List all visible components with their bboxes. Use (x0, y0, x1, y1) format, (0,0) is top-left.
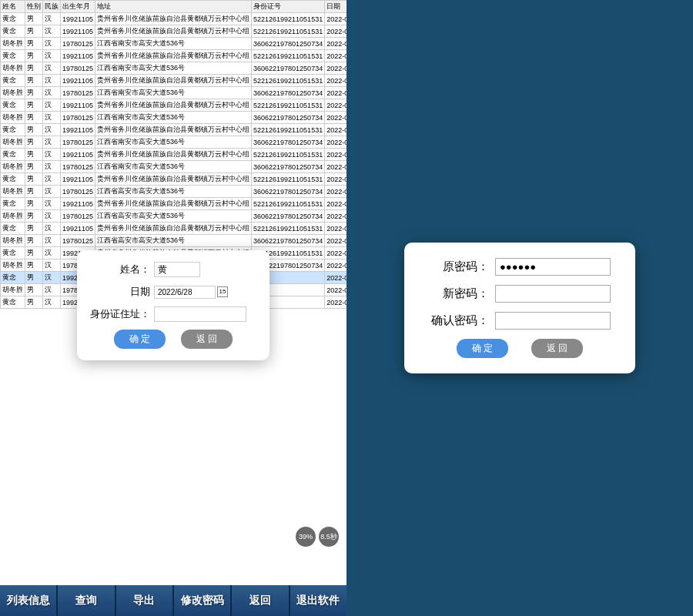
confirm-pw-input[interactable] (495, 312, 611, 330)
nav-button[interactable]: 查询 (58, 585, 116, 616)
table-cell: 江西省南安市高安大道536号 (95, 161, 252, 173)
table-cell: 2022-06-29 21:32:24 (325, 198, 346, 210)
table-cell: 胡冬胜 (1, 161, 25, 173)
table-row[interactable]: 胡冬胜男汉19780125江西省南安市高安大道536号3606221978012… (1, 62, 347, 75)
table-cell: 汉 (43, 38, 61, 50)
column-header[interactable]: 身份证号 (252, 1, 325, 13)
addr-input[interactable] (154, 306, 246, 322)
nav-button[interactable]: 返回 (232, 585, 290, 616)
table-cell: 贵州省务川仡佬族苗族自治县黄都镇万云村中心组 (95, 50, 252, 62)
table-cell: 男 (25, 296, 43, 309)
table-row[interactable]: 黄念男汉19921105贵州省务川仡佬族苗族自治县黄都镇万云村中心组522126… (1, 173, 347, 186)
table-cell: 汉 (43, 87, 61, 99)
old-pw-label: 原密码： (420, 259, 489, 274)
table-cell: 19780125 (61, 62, 95, 75)
name-input[interactable] (154, 262, 200, 277)
table-cell: 2022-06-29 21:32:36 (325, 149, 346, 161)
table-cell: 江西省南安市高安大道536号 (95, 38, 252, 50)
table-cell: 胡冬胜 (1, 284, 25, 296)
table-row[interactable]: 胡冬胜男汉19780125江西省高安市高安大道536号3606221978012… (1, 235, 347, 247)
table-cell: 522126199211051531 (252, 173, 325, 186)
table-cell: 汉 (43, 25, 61, 38)
table-cell: 男 (25, 259, 43, 272)
table-cell: 男 (25, 198, 43, 210)
table-cell: 胡冬胜 (1, 186, 25, 198)
table-cell: 360622197801250734 (252, 62, 325, 75)
new-pw-input[interactable] (495, 285, 611, 303)
table-cell: 2022-06-29 21:32:42 (325, 124, 346, 136)
column-header[interactable]: 性别 (25, 1, 43, 13)
pw-ok-button[interactable]: 确 定 (457, 339, 508, 358)
table-cell: 男 (25, 25, 43, 38)
table-cell: 2022-07-01 11:01:11 (325, 13, 346, 25)
table-cell: 贵州省务川仡佬族苗族自治县黄都镇万云村中心组 (95, 173, 252, 186)
table-cell: 522126199211051531 (252, 99, 325, 112)
table-row[interactable]: 黄念男汉19921105贵州省务川仡佬族苗族自治县黄都镇万云村中心组522126… (1, 198, 347, 210)
table-row[interactable]: 黄念男汉19921105贵州省务川仡佬族苗族自治县黄都镇万云村中心组522126… (1, 149, 347, 161)
table-row[interactable]: 胡冬胜男汉19780125江西省高安市高安大道536号3606221978012… (1, 186, 347, 198)
table-row[interactable]: 黄念男汉19921105贵州省务川仡佬族苗族自治县黄都镇万云村中心组522126… (1, 124, 347, 136)
table-cell: 黄念 (1, 149, 25, 161)
table-cell: 男 (25, 62, 43, 75)
table-cell: 男 (25, 38, 43, 50)
table-cell: 黄念 (1, 25, 25, 38)
column-header[interactable]: 出生年月 (61, 1, 95, 13)
table-cell: 男 (25, 13, 43, 25)
table-cell: 2022-06-29 21:32:00 (325, 296, 346, 309)
table-row[interactable]: 黄念男汉19921105贵州省务川仡佬族苗族自治县黄都镇万云村中心组522126… (1, 50, 347, 62)
table-cell: 黄念 (1, 75, 25, 87)
table-row[interactable]: 胡冬胜男汉19780125江西省南安市高安大道536号3606221978012… (1, 38, 347, 50)
table-cell: 贵州省务川仡佬族苗族自治县黄都镇万云村中心组 (95, 75, 252, 87)
nav-button[interactable]: 列表信息 (0, 585, 58, 616)
table-cell: 黄念 (1, 13, 25, 25)
table-row[interactable]: 黄念男汉19921105贵州省务川仡佬族苗族自治县黄都镇万云村中心组522126… (1, 13, 347, 25)
table-cell: 黄念 (1, 223, 25, 235)
table-row[interactable]: 胡冬胜男汉19780125江西省南安市高安大道536号3606221978012… (1, 112, 347, 124)
table-cell: 2022-06-29 21:32:53 (325, 75, 346, 87)
table-cell: 男 (25, 99, 43, 112)
table-row[interactable]: 黄念男汉19921105贵州省务川仡佬族苗族自治县黄都镇万云村中心组522126… (1, 25, 347, 38)
column-header[interactable]: 日期 (325, 1, 346, 13)
table-cell: 19921105 (61, 50, 95, 62)
nav-button[interactable]: 导出 (116, 585, 174, 616)
table-cell: 胡冬胜 (1, 38, 25, 50)
table-cell: 贵州省务川仡佬族苗族自治县黄都镇万云村中心组 (95, 13, 252, 25)
old-pw-input[interactable] (495, 258, 611, 276)
table-cell: 522126199211051531 (252, 13, 325, 25)
table-cell: 男 (25, 161, 43, 173)
table-cell: 汉 (43, 13, 61, 25)
column-header[interactable]: 地址 (95, 1, 252, 13)
table-cell: 江西省高安市高安大道536号 (95, 210, 252, 223)
table-cell: 黄念 (1, 198, 25, 210)
table-cell: 江西省南安市高安大道536号 (95, 62, 252, 75)
date-input[interactable] (154, 286, 216, 299)
table-row[interactable]: 黄念男汉19921105贵州省务川仡佬族苗族自治县黄都镇万云村中心组522126… (1, 99, 347, 112)
ok-button[interactable]: 确 定 (114, 330, 166, 349)
table-cell: 汉 (43, 50, 61, 62)
table-row[interactable]: 胡冬胜男汉19780125江西省南安市高安大道536号3606221978012… (1, 136, 347, 149)
table-cell: 江西省南安市高安大道536号 (95, 136, 252, 149)
table-row[interactable]: 胡冬胜男汉19780125江西省高安市高安大道536号3606221978012… (1, 210, 347, 223)
table-cell: 汉 (43, 284, 61, 296)
table-cell: 19921105 (61, 198, 95, 210)
table-row[interactable]: 黄念男汉19921105贵州省务川仡佬族苗族自治县黄都镇万云村中心组522126… (1, 223, 347, 235)
calendar-icon[interactable]: 15 (217, 286, 228, 297)
table-cell: 胡冬胜 (1, 259, 25, 272)
nav-button[interactable]: 修改密码 (174, 585, 232, 616)
table-row[interactable]: 黄念男汉19921105贵州省务川仡佬族苗族自治县黄都镇万云村中心组522126… (1, 75, 347, 87)
table-row[interactable]: 胡冬胜男汉19780125江西省南安市高安大道536号3606221978012… (1, 161, 347, 173)
pw-back-button[interactable]: 返 回 (531, 339, 583, 358)
table-cell: 360622197801250734 (252, 112, 325, 124)
table-row[interactable]: 胡冬胜男汉19780125江西省南安市高安大道536号3606221978012… (1, 87, 347, 99)
table-cell: 2022-06-29 21:32:50 (325, 87, 346, 99)
table-cell: 2022-07-01 10:27:10 (325, 25, 346, 38)
table-cell: 522126199211051531 (252, 25, 325, 38)
table-cell: 522126199211051531 (252, 50, 325, 62)
column-header[interactable]: 姓名 (1, 1, 25, 13)
back-button[interactable]: 返 回 (181, 330, 233, 349)
table-cell: 男 (25, 112, 43, 124)
column-header[interactable]: 民族 (43, 1, 61, 13)
nav-button[interactable]: 退出软件 (290, 585, 346, 616)
table-cell: 汉 (43, 198, 61, 210)
table-cell: 19921105 (61, 25, 95, 38)
